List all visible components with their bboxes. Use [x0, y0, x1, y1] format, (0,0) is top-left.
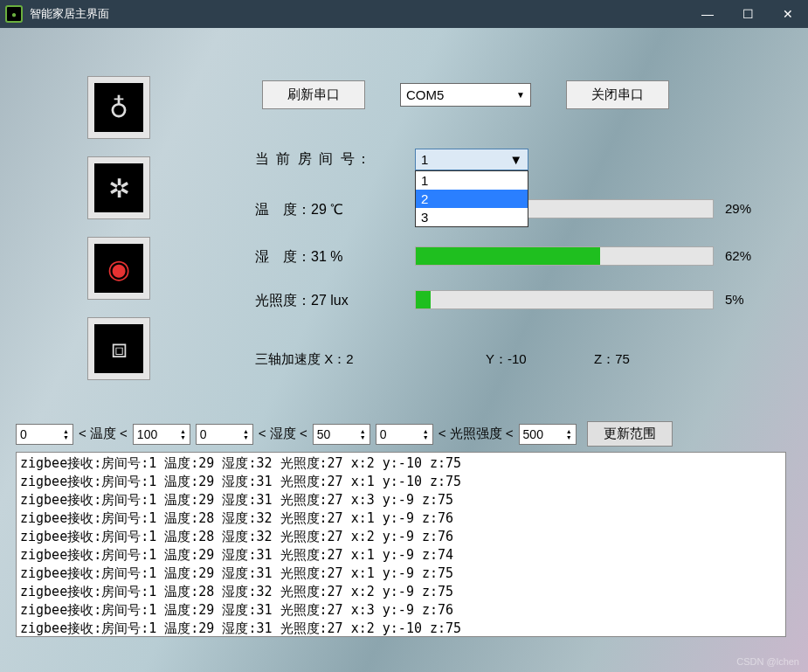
log-output[interactable]: zigbee接收:房间号:1 温度:29 湿度:32 光照度:27 x:2 y:…: [16, 452, 786, 637]
humi-range-label: < 湿度 <: [259, 426, 307, 442]
temperature-percent: 29%: [725, 201, 751, 216]
app-window: 智能家居主界面 — ☐ ✕ ♁ ✲ ◉ ⧈ 刷新串口 COM5 ▼ 关闭串口 当…: [0, 0, 808, 672]
bulb-button[interactable]: ♁: [87, 76, 150, 139]
alarm-icon: ◉: [94, 244, 143, 293]
temperature-row: 温 度：29 ℃: [255, 201, 412, 219]
temperature-label: 温 度：29 ℃: [255, 201, 412, 219]
lux-fill: [416, 291, 431, 308]
room-option-3[interactable]: 3: [416, 208, 528, 226]
lux-row: 光照度：27 lux: [255, 292, 412, 310]
accel-x: 三轴加速度 X：2: [255, 351, 354, 368]
accel-z: Z：75: [594, 351, 630, 368]
fan-button[interactable]: ✲: [87, 156, 150, 219]
humi-low-input[interactable]: 0▲▼: [196, 424, 253, 445]
room-label: 当 前 房 间 号：: [255, 150, 372, 169]
watermark: CSDN @lchen: [736, 656, 799, 667]
fan-icon: ✲: [94, 163, 143, 212]
humidity-percent: 62%: [725, 248, 751, 263]
window-title: 智能家居主界面: [30, 6, 109, 22]
humidity-label: 湿 度：31 %: [255, 248, 412, 267]
room-option-1[interactable]: 1: [416, 171, 528, 190]
humidity-fill: [416, 247, 600, 265]
accel-y: Y：-10: [486, 351, 527, 368]
temp-high-input[interactable]: 100▲▼: [133, 424, 190, 445]
alarm-button[interactable]: ◉: [87, 237, 150, 300]
seven-segment-icon: ⧈: [94, 324, 143, 373]
bulb-icon: ♁: [94, 83, 143, 132]
lux-range-label: < 光照强度 <: [439, 426, 514, 442]
chevron-down-icon: ▼: [509, 152, 522, 167]
com-port-value: COM5: [406, 87, 444, 102]
lux-high-input[interactable]: 500▲▼: [519, 424, 577, 445]
temp-range-label: < 温度 <: [79, 426, 128, 442]
update-range-button[interactable]: 更新范围: [587, 421, 673, 447]
humi-high-input[interactable]: 50▲▼: [313, 424, 370, 445]
room-label-row: 当 前 房 间 号：: [255, 150, 372, 169]
humidity-bar: [415, 246, 714, 266]
device-icon-column: ♁ ✲ ◉ ⧈: [87, 76, 150, 380]
temp-low-input[interactable]: 0▲▼: [16, 424, 73, 445]
range-controls: 0▲▼ < 温度 < 100▲▼ 0▲▼ < 湿度 < 50▲▼ 0▲▼ < 光…: [16, 421, 673, 447]
app-icon: [5, 5, 23, 23]
room-selected-value: 1: [421, 152, 428, 167]
serial-controls: 刷新串口 COM5 ▼ 关闭串口: [262, 80, 669, 109]
room-dropdown[interactable]: 1 2 3: [415, 170, 528, 227]
close-window-button[interactable]: ✕: [768, 0, 808, 28]
lux-low-input[interactable]: 0▲▼: [376, 424, 433, 445]
display-button[interactable]: ⧈: [87, 317, 150, 380]
lux-percent: 5%: [725, 292, 744, 307]
lux-label: 光照度：27 lux: [255, 292, 412, 310]
maximize-button[interactable]: ☐: [728, 0, 768, 28]
titlebar[interactable]: 智能家居主界面 — ☐ ✕: [0, 0, 808, 28]
refresh-serial-button[interactable]: 刷新串口: [262, 80, 365, 109]
minimize-button[interactable]: —: [687, 0, 728, 28]
com-port-select[interactable]: COM5 ▼: [400, 83, 531, 107]
room-option-2[interactable]: 2: [416, 190, 528, 208]
content-area: ♁ ✲ ◉ ⧈ 刷新串口 COM5 ▼ 关闭串口 当 前 房 间 号： 1 ▼ …: [0, 28, 808, 672]
room-select[interactable]: 1 ▼: [415, 149, 528, 170]
chevron-down-icon: ▼: [516, 90, 525, 100]
close-serial-button[interactable]: 关闭串口: [566, 80, 669, 109]
lux-bar: [415, 290, 714, 309]
humidity-row: 湿 度：31 %: [255, 248, 412, 267]
